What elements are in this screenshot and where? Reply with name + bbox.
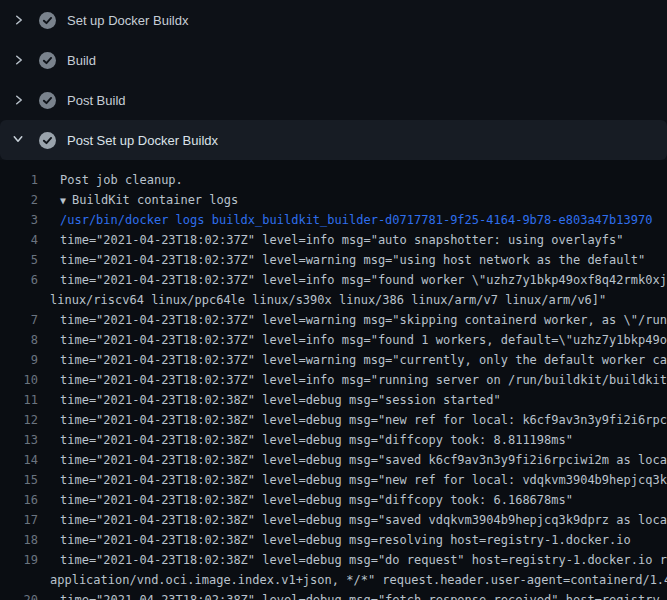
log-line-number[interactable]: 17 xyxy=(0,510,38,530)
step-label: Post Build xyxy=(67,93,126,108)
step-list: Set up Docker Buildx Build xyxy=(0,0,667,160)
check-circle-icon xyxy=(39,52,56,69)
log-line-text: time="2021-04-23T18:02:38Z" level=debug … xyxy=(38,430,573,450)
log-line-number[interactable]: 14 xyxy=(0,450,38,470)
log-line: 6 time="2021-04-23T18:02:37Z" level=info… xyxy=(0,270,667,290)
log-line-number[interactable]: 20 xyxy=(0,590,38,600)
check-circle-icon xyxy=(39,92,56,109)
log-line-text: time="2021-04-23T18:02:38Z" level=debug … xyxy=(38,510,667,530)
log-line-text: Post job cleanup. xyxy=(38,170,183,190)
log-line-number[interactable]: 1 xyxy=(0,170,38,190)
log-line: 10 time="2021-04-23T18:02:37Z" level=inf… xyxy=(0,370,667,390)
log-line-text: /usr/bin/docker logs buildx_buildkit_bui… xyxy=(38,210,652,230)
log-line: 8 time="2021-04-23T18:02:37Z" level=info… xyxy=(0,330,667,350)
step-post-set-up-docker-buildx[interactable]: Post Set up Docker Buildx xyxy=(0,120,667,160)
step-post-build[interactable]: Post Build xyxy=(0,80,667,120)
log-line-number[interactable]: 19 xyxy=(0,550,38,570)
log-line: 16 time="2021-04-23T18:02:38Z" level=deb… xyxy=(0,490,667,510)
log-line-number[interactable] xyxy=(0,290,38,310)
log-line: 1 Post job cleanup. xyxy=(0,170,667,190)
chevron-right-icon xyxy=(12,13,26,27)
log-line-number[interactable]: 18 xyxy=(0,530,38,550)
step-build[interactable]: Build xyxy=(0,40,667,80)
log-line: 19 time="2021-04-23T18:02:38Z" level=deb… xyxy=(0,550,667,570)
log-line: 3 /usr/bin/docker logs buildx_buildkit_b… xyxy=(0,210,667,230)
log-line-number[interactable]: 16 xyxy=(0,490,38,510)
log-line: 12 time="2021-04-23T18:02:38Z" level=deb… xyxy=(0,410,667,430)
group-toggle-icon[interactable]: ▼ xyxy=(60,195,72,206)
log-line-text: time="2021-04-23T18:02:37Z" level=warnin… xyxy=(38,250,645,270)
log-line-number[interactable]: 11 xyxy=(0,390,38,410)
log-line: 18 time="2021-04-23T18:02:38Z" level=deb… xyxy=(0,530,667,550)
log-line-number[interactable] xyxy=(0,570,38,590)
log-line: 17 time="2021-04-23T18:02:38Z" level=deb… xyxy=(0,510,667,530)
log-line-text: application/vnd.oci.image.index.v1+json,… xyxy=(38,570,667,590)
log-line: 11 time="2021-04-23T18:02:38Z" level=deb… xyxy=(0,390,667,410)
log-line-number[interactable]: 8 xyxy=(0,330,38,350)
log-line: 20 time="2021-04-23T18:02:38Z" level=deb… xyxy=(0,590,667,600)
log-line-text: time="2021-04-23T18:02:37Z" level=info m… xyxy=(38,370,667,390)
log-line: 9 time="2021-04-23T18:02:37Z" level=warn… xyxy=(0,350,667,370)
log-line-text: time="2021-04-23T18:02:37Z" level=info m… xyxy=(38,330,667,350)
log-line: application/vnd.oci.image.index.v1+json,… xyxy=(0,570,667,590)
log-line-number[interactable]: 3 xyxy=(0,210,38,230)
log-line-number[interactable]: 10 xyxy=(0,370,38,390)
log-line-text: ▼ BuildKit container logs xyxy=(38,190,238,210)
chevron-down-icon xyxy=(12,133,26,147)
log-line: 15 time="2021-04-23T18:02:38Z" level=deb… xyxy=(0,470,667,490)
log-line-text: time="2021-04-23T18:02:37Z" level=warnin… xyxy=(38,350,667,370)
log-line-number[interactable]: 15 xyxy=(0,470,38,490)
chevron-right-icon xyxy=(12,53,26,67)
log-line: linux/riscv64 linux/ppc64le linux/s390x … xyxy=(0,290,667,310)
log-line-number[interactable]: 13 xyxy=(0,430,38,450)
log-line-number[interactable]: 4 xyxy=(0,230,38,250)
step-label: Set up Docker Buildx xyxy=(67,13,188,28)
chevron-right-icon xyxy=(12,93,26,107)
log-line-text: time="2021-04-23T18:02:38Z" level=debug … xyxy=(38,390,501,410)
log-line-text: time="2021-04-23T18:02:37Z" level=warnin… xyxy=(38,310,667,330)
log-line: 14 time="2021-04-23T18:02:38Z" level=deb… xyxy=(0,450,667,470)
log-line-text: time="2021-04-23T18:02:38Z" level=debug … xyxy=(38,590,667,600)
log-line-text: time="2021-04-23T18:02:38Z" level=debug … xyxy=(38,470,667,490)
log-line-number[interactable]: 6 xyxy=(0,270,38,290)
log-line-number[interactable]: 12 xyxy=(0,410,38,430)
log-line-text: time="2021-04-23T18:02:38Z" level=debug … xyxy=(38,450,667,470)
log-line: 13 time="2021-04-23T18:02:38Z" level=deb… xyxy=(0,430,667,450)
log-area: 1 Post job cleanup. 2 ▼ BuildKit contain… xyxy=(0,160,667,600)
log-line-text: time="2021-04-23T18:02:37Z" level=info m… xyxy=(38,270,667,290)
log-line-text: time="2021-04-23T18:02:38Z" level=debug … xyxy=(38,490,573,510)
log-line-number[interactable]: 9 xyxy=(0,350,38,370)
log-line[interactable]: 2 ▼ BuildKit container logs xyxy=(0,190,667,210)
log-line: 4 time="2021-04-23T18:02:37Z" level=info… xyxy=(0,230,667,250)
log-line-text: linux/riscv64 linux/ppc64le linux/s390x … xyxy=(38,290,606,310)
log-line-text: time="2021-04-23T18:02:37Z" level=info m… xyxy=(38,230,624,250)
log-line: 7 time="2021-04-23T18:02:37Z" level=warn… xyxy=(0,310,667,330)
log-line-text: time="2021-04-23T18:02:38Z" level=debug … xyxy=(38,410,667,430)
log-line-text: time="2021-04-23T18:02:38Z" level=debug … xyxy=(38,530,631,550)
step-label: Build xyxy=(67,53,96,68)
log-line: 5 time="2021-04-23T18:02:37Z" level=warn… xyxy=(0,250,667,270)
step-set-up-docker-buildx[interactable]: Set up Docker Buildx xyxy=(0,0,667,40)
check-circle-icon xyxy=(39,132,56,149)
log-line-text: time="2021-04-23T18:02:38Z" level=debug … xyxy=(38,550,667,570)
step-label: Post Set up Docker Buildx xyxy=(67,133,218,148)
log-line-number[interactable]: 5 xyxy=(0,250,38,270)
check-circle-icon xyxy=(39,12,56,29)
log-line-number[interactable]: 7 xyxy=(0,310,38,330)
log-line-number[interactable]: 2 xyxy=(0,190,38,210)
